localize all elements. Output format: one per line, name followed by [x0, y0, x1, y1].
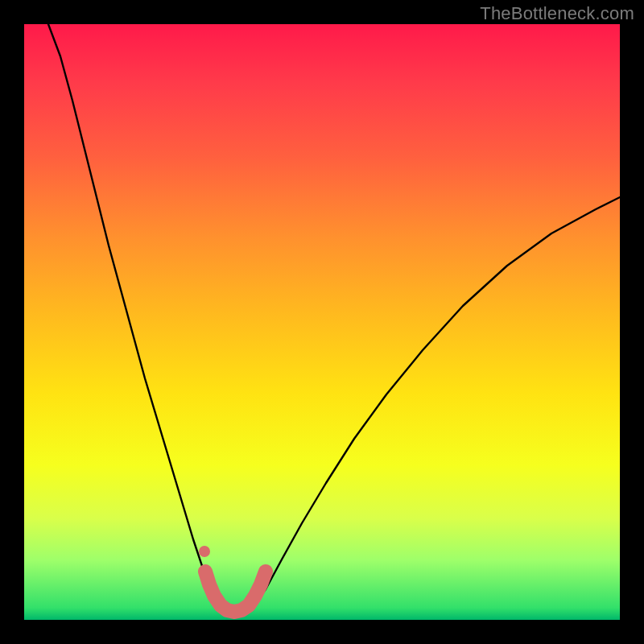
watermark-text: TheBottleneck.com: [480, 3, 634, 24]
curve-layer: [24, 24, 620, 620]
optimal-range-highlight: [205, 572, 266, 612]
plot-area: [24, 24, 620, 620]
chart-frame: TheBottleneck.com: [0, 0, 644, 644]
optimal-accent-dot: [199, 546, 210, 557]
bottleneck-curve: [48, 24, 620, 616]
